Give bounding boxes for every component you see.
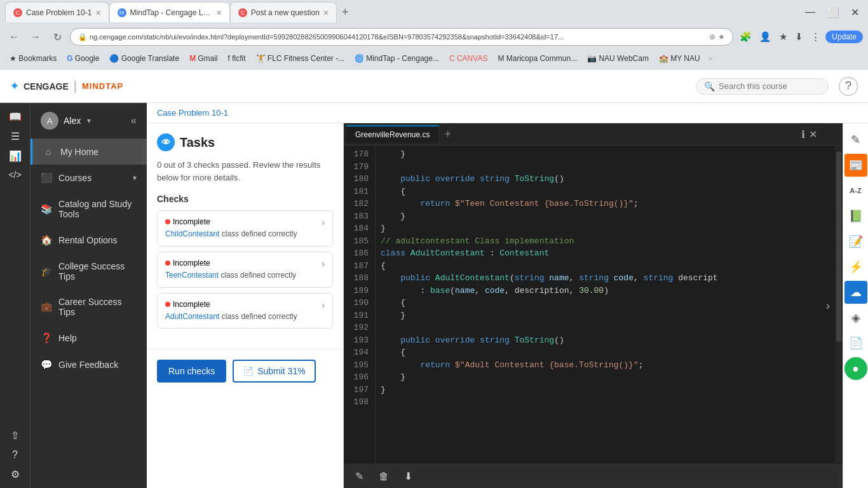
line-num-192: 192 bbox=[344, 322, 375, 334]
editor-scrollbar[interactable] bbox=[835, 146, 843, 463]
sidebar-list-icon[interactable]: ☰ bbox=[8, 128, 22, 145]
extensions-icon[interactable]: 🧩 bbox=[737, 30, 754, 44]
side-settings-icon[interactable]: ● bbox=[844, 357, 867, 380]
college-tips-icon: 🎓 bbox=[41, 266, 52, 277]
refresh-button[interactable]: ↻ bbox=[48, 28, 66, 46]
side-az-icon[interactable]: A-Z bbox=[844, 179, 867, 202]
line-num-194: 194 bbox=[344, 346, 375, 359]
code-content[interactable]: } public override string ToString() { re… bbox=[376, 146, 843, 464]
help-button[interactable]: ? bbox=[839, 77, 858, 96]
check-item-2[interactable]: Incomplete TeenContestant class defined … bbox=[157, 252, 333, 288]
tab-close-2[interactable]: × bbox=[217, 8, 222, 18]
more-icon[interactable]: ⋮ bbox=[808, 30, 823, 44]
sidebar-catalog-label: Catalog and Study Tools bbox=[58, 199, 137, 219]
editor-nav-right[interactable]: › bbox=[826, 299, 830, 313]
bookmark-flc-fitness[interactable]: 🏋 FLC Fitness Center -... bbox=[252, 53, 349, 64]
side-edit-icon[interactable]: ✎ bbox=[844, 128, 867, 151]
side-cloud-icon[interactable]: ☁ bbox=[844, 281, 867, 304]
tab-close-1[interactable]: × bbox=[95, 8, 100, 18]
sidebar-help-icon: ❓ bbox=[41, 332, 52, 344]
bookmark-mindtap[interactable]: 🌀 MindTap - Cengage... bbox=[350, 53, 444, 64]
code-line-198 bbox=[381, 396, 837, 409]
update-button[interactable]: Update bbox=[825, 30, 863, 43]
search-bar[interactable]: 🔍 bbox=[696, 78, 829, 95]
sidebar-code-icon[interactable]: </> bbox=[6, 167, 24, 182]
side-book-icon[interactable]: 📗 bbox=[844, 205, 867, 227]
downloads-icon[interactable]: ⬇ bbox=[792, 30, 806, 44]
editor-download-button[interactable]: ⬇ bbox=[400, 468, 416, 485]
sidebar-share-icon[interactable]: ⇧ bbox=[8, 427, 22, 444]
side-rss-icon[interactable]: 📰 bbox=[844, 154, 867, 177]
editor-edit-button[interactable]: ✎ bbox=[351, 468, 367, 485]
submit-label: Submit 31% bbox=[257, 366, 305, 376]
sidebar-item-feedback[interactable]: 💬 Give Feedback bbox=[31, 351, 147, 378]
bookmark-translate[interactable]: 🔵 Google Translate bbox=[105, 53, 184, 64]
bookmark-canvas[interactable]: C CANVAS bbox=[445, 53, 492, 64]
editor-close-button[interactable]: ✕ bbox=[809, 128, 817, 140]
editor-tab-add-button[interactable]: + bbox=[439, 128, 456, 141]
tab-close-3[interactable]: × bbox=[323, 8, 329, 18]
check-item-1[interactable]: Incomplete ChildContestant class defined… bbox=[157, 210, 333, 247]
editor-delete-button[interactable]: 🗑 bbox=[375, 468, 393, 485]
status-label-1: Incomplete bbox=[173, 217, 210, 226]
cengage-logo: ✦ CENGAGE | MINDTAP bbox=[10, 79, 123, 93]
sidebar-item-college-tips[interactable]: 🎓 College Success Tips bbox=[31, 254, 147, 289]
check-item-3[interactable]: Incomplete AdultContestant class defined… bbox=[157, 293, 333, 329]
search-input[interactable] bbox=[719, 81, 820, 91]
bookmark-bookmarks[interactable]: ★ Bookmarks bbox=[5, 53, 61, 64]
sidebar-item-career-tips[interactable]: 💼 Career Success Tips bbox=[31, 289, 147, 325]
close-button[interactable]: ✕ bbox=[847, 5, 863, 20]
run-checks-button[interactable]: Run checks bbox=[157, 360, 226, 383]
sidebar-item-catalog[interactable]: 📚 Catalog and Study Tools bbox=[31, 191, 147, 227]
bookmark-nau-webcam[interactable]: 📷 NAU WebCam bbox=[583, 53, 653, 64]
back-button[interactable]: ← bbox=[5, 28, 23, 46]
tab-mindtap[interactable]: M MindTap - Cengage Learning × bbox=[109, 2, 230, 22]
breadcrumb-link[interactable]: Case Problem 10-1 bbox=[157, 108, 228, 118]
maximize-button[interactable]: ⬜ bbox=[823, 5, 843, 20]
sidebar-collapse-button[interactable]: « bbox=[131, 115, 137, 126]
line-num-187: 187 bbox=[344, 260, 375, 273]
editor-footer: ✎ 🗑 ⬇ bbox=[344, 464, 843, 488]
star-bookmark-icon[interactable]: ★ bbox=[776, 30, 790, 44]
bookmark-my-nau[interactable]: 🏫 MY NAU bbox=[654, 53, 705, 64]
url-copy-icon[interactable]: ⊕ bbox=[709, 32, 715, 41]
tab-post-question[interactable]: C Post a new question × bbox=[230, 2, 337, 22]
bookmark-gmail[interactable]: M Gmail bbox=[185, 53, 222, 64]
check-item-content-1: Incomplete ChildContestant class defined… bbox=[165, 217, 316, 240]
class-name-1: ChildContestant bbox=[165, 229, 219, 238]
submit-button[interactable]: 📄 Submit 31% bbox=[233, 360, 315, 383]
content-area: Case Problem 10-1 👁 Tasks 0 out of 3 che… bbox=[147, 103, 868, 488]
line-numbers: 178 179 180 181 182 183 184 185 186 187 … bbox=[344, 146, 376, 464]
bookmark-google[interactable]: G Google bbox=[62, 53, 104, 64]
forward-button[interactable]: → bbox=[27, 28, 44, 46]
rental-icon: 🏠 bbox=[41, 234, 52, 246]
sidebar-item-rental[interactable]: 🏠 Rental Options bbox=[31, 227, 147, 254]
code-editor[interactable]: 178 179 180 181 182 183 184 185 186 187 … bbox=[344, 146, 843, 464]
url-star-icon[interactable]: ★ bbox=[718, 32, 725, 41]
sidebar-chart-icon[interactable]: 📊 bbox=[6, 147, 24, 165]
sidebar-user-item[interactable]: A Alex ▾ « bbox=[31, 103, 147, 139]
sidebar-help-circle-icon[interactable]: ? bbox=[10, 447, 20, 463]
side-lightning-icon[interactable]: ⚡ bbox=[844, 255, 867, 278]
sidebar-item-my-home[interactable]: ⌂ My Home bbox=[31, 139, 147, 165]
line-num-185: 185 bbox=[344, 235, 375, 248]
bookmark-maricopa[interactable]: M Maricopa Commun... bbox=[493, 53, 581, 64]
tasks-icon: 👁 bbox=[157, 133, 175, 151]
side-doc-icon[interactable]: 📄 bbox=[844, 332, 867, 355]
side-drive-icon[interactable]: ◈ bbox=[844, 306, 867, 329]
url-bar[interactable]: 🔒 ng.cengage.com/static/nb/ui/evo/index.… bbox=[70, 28, 733, 46]
new-tab-button[interactable]: + bbox=[337, 6, 354, 19]
editor-info-button[interactable]: ℹ bbox=[801, 128, 805, 140]
side-note-icon[interactable]: 📝 bbox=[844, 230, 867, 253]
editor-tab-file[interactable]: GreenvilleRevenue.cs bbox=[346, 125, 439, 143]
minimize-button[interactable]: — bbox=[801, 5, 819, 20]
profile-icon[interactable]: 👤 bbox=[757, 30, 774, 44]
sidebar-book-icon[interactable]: 📖 bbox=[6, 108, 24, 125]
tasks-title-text: Tasks bbox=[180, 135, 215, 150]
more-bookmarks[interactable]: » bbox=[709, 54, 713, 63]
bookmark-flcfit[interactable]: f flcfit bbox=[223, 53, 250, 64]
tab-case-problem[interactable]: C Case Problem 10-1 × bbox=[5, 2, 109, 22]
sidebar-item-courses[interactable]: ⬛ Courses ▾ bbox=[31, 165, 147, 191]
sidebar-item-help[interactable]: ❓ Help bbox=[31, 325, 147, 351]
sidebar-settings-icon[interactable]: ⚙ bbox=[8, 466, 22, 483]
